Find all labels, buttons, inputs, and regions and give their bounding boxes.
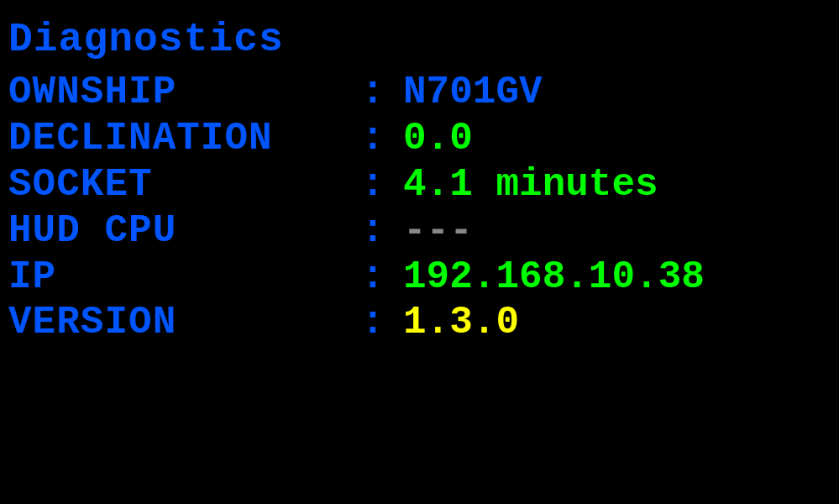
socket-label: SOCKET [8, 163, 361, 207]
ownship-value: N701GV [403, 71, 543, 115]
version-label: VERSION [8, 301, 361, 345]
ownship-label: OWNSHIP [8, 71, 361, 115]
declination-colon: : [361, 117, 386, 161]
ip-label: IP [8, 255, 361, 300]
hud-cpu-colon: : [361, 209, 386, 254]
socket-value: 4.1 minutes [403, 163, 658, 207]
hud-cpu-value: --- [403, 209, 473, 254]
ip-row: IP : 192.168.10.38 [8, 255, 831, 300]
ip-value: 192.168.10.38 [403, 255, 705, 300]
version-row: VERSION : 1.3.0 [8, 301, 831, 345]
page-title: Diagnostics [8, 17, 831, 62]
ip-colon: : [361, 255, 386, 300]
diagnostics-container: Diagnostics OWNSHIP : N701GV DECLINATION… [0, 0, 839, 504]
declination-label: DECLINATION [8, 117, 361, 161]
ownship-colon: : [361, 71, 386, 115]
socket-colon: : [361, 163, 386, 207]
version-value: 1.3.0 [403, 301, 519, 345]
declination-row: DECLINATION : 0.0 [8, 117, 831, 161]
hud-cpu-row: HUD CPU : --- [8, 209, 831, 254]
socket-row: SOCKET : 4.1 minutes [8, 163, 831, 207]
version-colon: : [361, 301, 386, 345]
hud-cpu-label: HUD CPU [8, 209, 361, 254]
ownship-row: OWNSHIP : N701GV [8, 71, 831, 115]
declination-value: 0.0 [403, 117, 473, 161]
